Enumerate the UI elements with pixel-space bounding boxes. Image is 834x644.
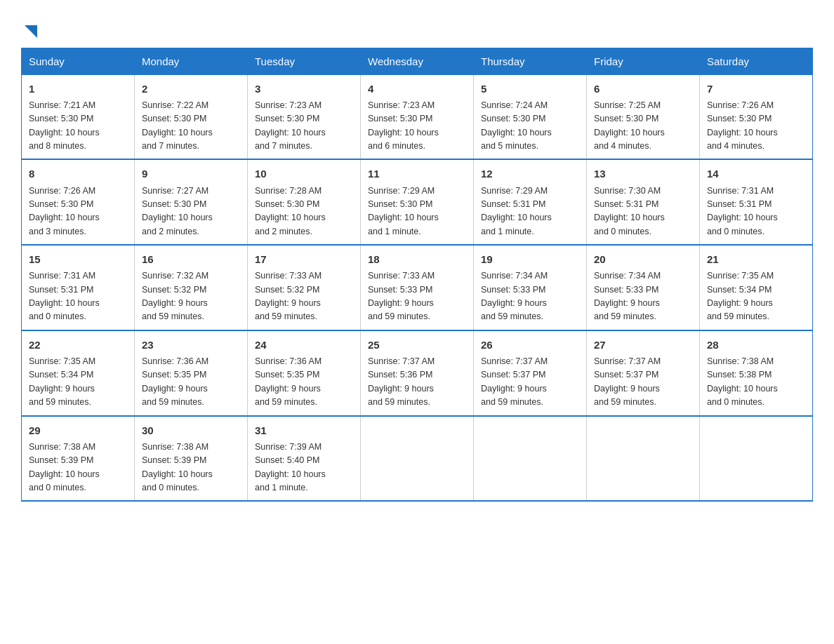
day-info-line: Sunrise: 7:31 AM <box>707 185 805 198</box>
day-info-line: Sunrise: 7:32 AM <box>142 269 240 283</box>
day-cell: 29Sunrise: 7:38 AMSunset: 5:39 PMDayligh… <box>22 416 135 502</box>
header-monday: Monday <box>135 48 248 74</box>
day-info-line: and 5 minutes. <box>481 140 579 153</box>
day-info-line: Sunrise: 7:34 AM <box>594 269 692 283</box>
day-info-line: and 59 minutes. <box>481 310 579 323</box>
day-info-line: Daylight: 10 hours <box>29 468 127 481</box>
day-info-line: and 7 minutes. <box>255 140 353 153</box>
day-info-line: and 59 minutes. <box>368 310 466 323</box>
week-row-2: 8Sunrise: 7:26 AMSunset: 5:30 PMDaylight… <box>22 159 813 245</box>
day-number: 15 <box>29 251 127 267</box>
calendar-header-row: SundayMondayTuesdayWednesdayThursdayFrid… <box>22 48 813 74</box>
day-info-line: Sunset: 5:36 PM <box>368 368 466 382</box>
day-cell: 17Sunrise: 7:33 AMSunset: 5:32 PMDayligh… <box>248 245 361 330</box>
day-info-line: Sunset: 5:33 PM <box>481 283 579 297</box>
day-info-line: Sunset: 5:30 PM <box>481 112 579 126</box>
day-info-line: Sunrise: 7:37 AM <box>594 355 692 368</box>
day-info-line: and 59 minutes. <box>142 396 240 409</box>
day-info-line: Sunrise: 7:37 AM <box>481 355 579 368</box>
day-info-line: Sunset: 5:33 PM <box>368 283 466 297</box>
header-friday: Friday <box>587 48 700 74</box>
day-info-line: Sunrise: 7:37 AM <box>368 355 466 368</box>
day-info-line: Daylight: 10 hours <box>481 211 579 224</box>
day-info-line: Sunrise: 7:35 AM <box>707 269 805 283</box>
day-cell: 5Sunrise: 7:24 AMSunset: 5:30 PMDaylight… <box>474 74 587 159</box>
day-cell: 7Sunrise: 7:26 AMSunset: 5:30 PMDaylight… <box>700 74 813 159</box>
day-info-line: Sunrise: 7:38 AM <box>29 441 127 454</box>
day-number: 19 <box>481 251 579 267</box>
day-cell: 26Sunrise: 7:37 AMSunset: 5:37 PMDayligh… <box>474 330 587 416</box>
day-number: 22 <box>29 337 127 353</box>
day-number: 21 <box>707 251 805 267</box>
day-info-line: Sunrise: 7:23 AM <box>255 99 353 112</box>
day-number: 24 <box>255 337 353 353</box>
day-info-line: Daylight: 9 hours <box>481 297 579 310</box>
week-row-5: 29Sunrise: 7:38 AMSunset: 5:39 PMDayligh… <box>22 416 813 502</box>
day-number: 25 <box>368 337 466 353</box>
day-info-line: and 59 minutes. <box>481 396 579 409</box>
day-info-line: and 1 minute. <box>481 225 579 239</box>
day-info-line: and 59 minutes. <box>707 310 805 323</box>
day-info-line: and 2 minutes. <box>255 225 353 239</box>
day-info-line: Sunrise: 7:23 AM <box>368 99 466 112</box>
day-info-line: Daylight: 10 hours <box>142 468 240 481</box>
day-number: 6 <box>594 81 692 97</box>
day-info-line: Sunrise: 7:36 AM <box>142 355 240 368</box>
day-info-line: Sunset: 5:34 PM <box>707 283 805 297</box>
day-info-line: Sunrise: 7:33 AM <box>368 269 466 283</box>
day-info-line: Daylight: 9 hours <box>594 297 692 310</box>
day-number: 4 <box>368 81 466 97</box>
day-info-line: Daylight: 10 hours <box>29 297 127 310</box>
day-info-line: Daylight: 10 hours <box>707 382 805 396</box>
day-number: 26 <box>481 337 579 353</box>
day-info-line: Sunset: 5:30 PM <box>142 112 240 126</box>
day-info-line: Daylight: 9 hours <box>142 297 240 310</box>
day-info-line: Daylight: 9 hours <box>368 297 466 310</box>
day-number: 5 <box>481 81 579 97</box>
day-cell: 28Sunrise: 7:38 AMSunset: 5:38 PMDayligh… <box>700 330 813 416</box>
day-cell: 12Sunrise: 7:29 AMSunset: 5:31 PMDayligh… <box>474 159 587 245</box>
day-info-line: and 0 minutes. <box>142 481 240 495</box>
day-info-line: Sunset: 5:35 PM <box>255 368 353 382</box>
day-number: 16 <box>142 251 240 267</box>
day-cell: 25Sunrise: 7:37 AMSunset: 5:36 PMDayligh… <box>361 330 474 416</box>
day-info-line: and 7 minutes. <box>142 140 240 153</box>
day-info-line: and 59 minutes. <box>29 396 127 409</box>
day-info-line: Daylight: 10 hours <box>29 211 127 224</box>
day-info-line: Daylight: 10 hours <box>594 211 692 224</box>
day-info-line: Sunrise: 7:24 AM <box>481 99 579 112</box>
day-number: 30 <box>142 422 240 438</box>
day-info-line: Sunset: 5:39 PM <box>142 454 240 467</box>
day-cell: 4Sunrise: 7:23 AMSunset: 5:30 PMDaylight… <box>361 74 474 159</box>
day-cell: 19Sunrise: 7:34 AMSunset: 5:33 PMDayligh… <box>474 245 587 330</box>
day-number: 28 <box>707 337 805 353</box>
day-info-line: and 1 minute. <box>368 225 466 239</box>
logo-triangle-icon <box>23 24 39 39</box>
day-info-line: and 4 minutes. <box>594 140 692 153</box>
week-row-3: 15Sunrise: 7:31 AMSunset: 5:31 PMDayligh… <box>22 245 813 330</box>
day-info-line: Daylight: 9 hours <box>29 382 127 396</box>
day-info-line: Sunrise: 7:31 AM <box>29 269 127 283</box>
day-info-line: Sunrise: 7:38 AM <box>707 355 805 368</box>
day-info-line: Sunrise: 7:34 AM <box>481 269 579 283</box>
day-info-line: Daylight: 9 hours <box>594 382 692 396</box>
day-info-line: and 1 minute. <box>255 481 353 495</box>
day-number: 2 <box>142 81 240 97</box>
day-info-line: Sunrise: 7:25 AM <box>594 99 692 112</box>
header-tuesday: Tuesday <box>248 48 361 74</box>
day-info-line: Sunset: 5:37 PM <box>481 368 579 382</box>
day-number: 10 <box>255 166 353 182</box>
day-info-line: Sunrise: 7:36 AM <box>255 355 353 368</box>
day-info-line: Sunrise: 7:29 AM <box>368 185 466 198</box>
day-cell: 18Sunrise: 7:33 AMSunset: 5:33 PMDayligh… <box>361 245 474 330</box>
day-info-line: Daylight: 9 hours <box>255 382 353 396</box>
day-info-line: and 2 minutes. <box>142 225 240 239</box>
day-cell <box>361 416 474 502</box>
day-info-line: and 0 minutes. <box>29 310 127 323</box>
day-cell: 22Sunrise: 7:35 AMSunset: 5:34 PMDayligh… <box>22 330 135 416</box>
day-info-line: Daylight: 10 hours <box>255 126 353 140</box>
day-number: 12 <box>481 166 579 182</box>
day-info-line: and 0 minutes. <box>29 481 127 495</box>
day-info-line: Sunset: 5:31 PM <box>707 198 805 211</box>
day-cell <box>700 416 813 502</box>
